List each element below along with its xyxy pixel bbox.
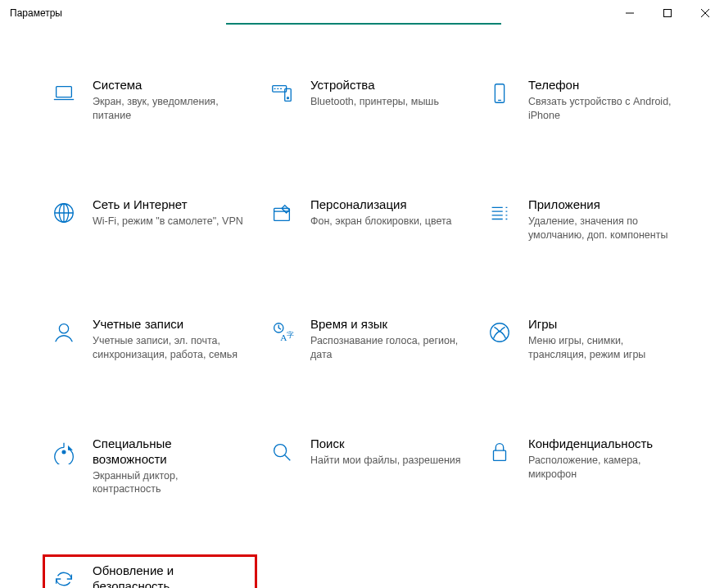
- svg-point-15: [274, 445, 287, 457]
- tile-title: Игры: [528, 317, 679, 332]
- tile-personalization[interactable]: Персонализация Фон, экран блокировки, цв…: [260, 188, 475, 259]
- tile-apps[interactable]: Приложения Удаление, значения по умолчан…: [478, 188, 693, 259]
- tile-time[interactable]: A字 Время и язык Распознавание голоса, ре…: [260, 308, 475, 378]
- tile-desc: Wi-Fi, режим "в самолете", VPN: [93, 215, 243, 228]
- globe-icon: [50, 199, 78, 227]
- tile-desc: Расположение, камера, микрофон: [528, 454, 679, 482]
- tile-title: Система: [93, 78, 243, 93]
- maximize-button[interactable]: [649, 0, 686, 26]
- xbox-icon: [486, 319, 514, 346]
- svg-rect-1: [57, 87, 72, 97]
- minimize-button[interactable]: [611, 0, 649, 26]
- update-icon: [50, 565, 78, 588]
- tile-update[interactable]: Обновление и безопасность Обновления Win…: [43, 554, 257, 588]
- tile-desc: Найти мои файлы, разрешения: [310, 454, 461, 468]
- tile-title: Конфиденциальность: [528, 436, 679, 452]
- tile-title: Обновление и безопасность: [93, 563, 243, 588]
- laptop-icon: [50, 79, 78, 107]
- tile-desc: Учетные записи, эл. почта, синхронизация…: [93, 334, 243, 362]
- tile-title: Поиск: [310, 436, 461, 452]
- tile-desc: Связать устройство с Android, iPhone: [528, 95, 679, 123]
- tile-privacy[interactable]: Конфиденциальность Расположение, камера,…: [478, 427, 693, 505]
- tile-desc: Меню игры, снимки, трансляция, режим игр…: [528, 334, 679, 362]
- tile-title: Телефон: [528, 78, 679, 93]
- tile-accessibility[interactable]: Специальные возможности Экранный диктор,…: [43, 427, 257, 505]
- tile-desc: Удаление, значения по умолчанию, доп. ко…: [528, 215, 679, 242]
- tile-phone[interactable]: Телефон Связать устройство с Android, iP…: [478, 69, 693, 139]
- svg-text:字: 字: [287, 331, 294, 339]
- window-title: Параметры: [10, 7, 62, 19]
- svg-point-4: [287, 97, 289, 99]
- close-button[interactable]: [686, 0, 724, 26]
- tile-desc: Bluetooth, принтеры, мышь: [310, 95, 461, 109]
- tile-title: Устройства: [310, 78, 461, 93]
- svg-rect-16: [494, 450, 506, 460]
- time-language-icon: A字: [268, 319, 296, 346]
- window-controls: [611, 0, 724, 26]
- svg-point-9: [59, 324, 68, 333]
- phone-icon: [486, 79, 514, 107]
- lock-icon: [486, 438, 514, 466]
- svg-rect-0: [664, 10, 672, 17]
- settings-grid: Система Экран, звук, уведомления, питани…: [43, 69, 690, 588]
- tile-desc: Экран, звук, уведомления, питание: [93, 95, 243, 123]
- accessibility-icon: [50, 438, 78, 466]
- person-icon: [50, 319, 78, 346]
- tile-title: Время и язык: [310, 317, 461, 332]
- devices-icon: [268, 79, 296, 107]
- tile-title: Сеть и Интернет: [93, 197, 243, 213]
- tile-title: Персонализация: [310, 197, 461, 213]
- svg-point-14: [62, 450, 66, 454]
- tile-search[interactable]: Поиск Найти мои файлы, разрешения: [260, 427, 475, 505]
- tile-desc: Фон, экран блокировки, цвета: [310, 215, 461, 228]
- search-underline-indicator: [226, 23, 501, 25]
- tile-desc: Распознавание голоса, регион, дата: [310, 334, 461, 362]
- tile-devices[interactable]: Устройства Bluetooth, принтеры, мышь: [260, 69, 475, 139]
- apps-icon: [486, 199, 514, 227]
- tile-gaming[interactable]: Игры Меню игры, снимки, трансляция, режи…: [478, 308, 693, 378]
- search-icon: [268, 438, 296, 466]
- paint-icon: [268, 199, 296, 227]
- tile-title: Специальные возможности: [93, 436, 243, 468]
- tile-accounts[interactable]: Учетные записи Учетные записи, эл. почта…: [43, 308, 257, 378]
- tile-title: Учетные записи: [93, 317, 243, 332]
- tile-desc: Экранный диктор, контрастность: [93, 469, 243, 497]
- tile-title: Приложения: [528, 197, 679, 213]
- tile-system[interactable]: Система Экран, звук, уведомления, питани…: [43, 69, 257, 139]
- tile-network[interactable]: Сеть и Интернет Wi-Fi, режим "в самолете…: [43, 188, 257, 259]
